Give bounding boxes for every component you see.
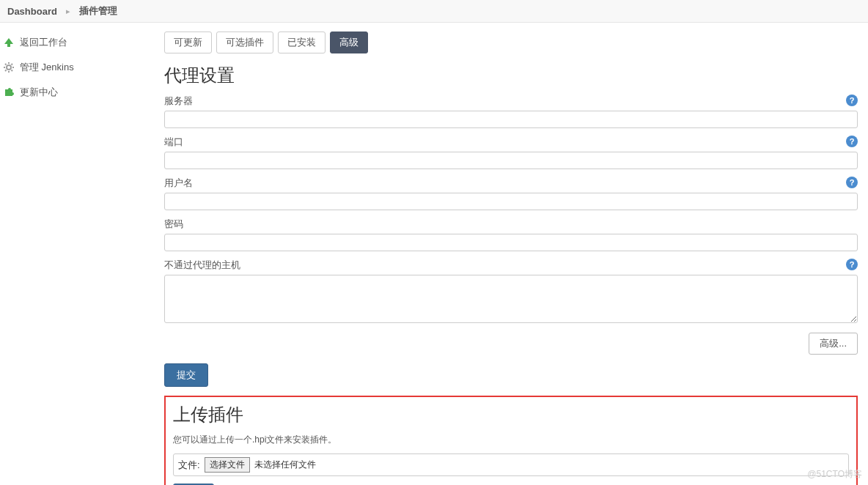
tab-advanced[interactable]: 高级 xyxy=(330,32,368,53)
arrow-up-icon xyxy=(3,37,15,48)
username-input[interactable] xyxy=(164,193,858,210)
sidebar-item-update-center[interactable]: 更新中心 xyxy=(0,80,154,105)
tab-available[interactable]: 可选插件 xyxy=(216,32,273,53)
sidebar-item-label: 更新中心 xyxy=(20,86,58,99)
sidebar-item-label: 管理 Jenkins xyxy=(20,61,74,74)
sidebar-item-label: 返回工作台 xyxy=(20,36,67,49)
help-icon[interactable]: ? xyxy=(846,95,858,106)
breadcrumb-plugin-manager[interactable]: 插件管理 xyxy=(79,4,117,18)
tab-updates[interactable]: 可更新 xyxy=(164,32,212,53)
file-label: 文件: xyxy=(178,459,200,472)
password-input[interactable] xyxy=(164,234,858,251)
sidebar-item-back[interactable]: 返回工作台 xyxy=(0,30,154,55)
svg-point-0 xyxy=(7,65,11,70)
breadcrumb: Dashboard ▸ 插件管理 xyxy=(0,0,868,23)
noproxy-label: 不通过代理的主机 xyxy=(164,259,858,272)
upload-title: 上传插件 xyxy=(173,403,849,426)
help-icon[interactable]: ? xyxy=(846,136,858,147)
help-icon[interactable]: ? xyxy=(846,177,858,188)
choose-file-button[interactable]: 选择文件 xyxy=(205,457,250,473)
main-content: 可更新 可选插件 已安装 高级 代理设置 服务器 ? 端口 ? 用户名 ? 密码… xyxy=(154,23,868,485)
help-icon[interactable]: ? xyxy=(846,259,858,270)
port-input[interactable] xyxy=(164,152,858,169)
file-input-row: 文件: 选择文件 未选择任何文件 xyxy=(173,453,849,476)
port-label: 端口 xyxy=(164,136,858,149)
upload-description: 您可以通过上传一个.hpi文件来安装插件。 xyxy=(173,434,849,446)
server-label: 服务器 xyxy=(164,95,858,108)
watermark-text: @51CTO博客 xyxy=(807,468,862,481)
advanced-button[interactable]: 高级... xyxy=(809,333,858,355)
username-label: 用户名 xyxy=(164,177,858,190)
puzzle-icon xyxy=(3,86,15,98)
sidebar: 返回工作台 管理 Jenkins 更新中心 xyxy=(0,23,154,485)
breadcrumb-dashboard[interactable]: Dashboard xyxy=(7,6,57,17)
password-label: 密码 xyxy=(164,218,858,231)
proxy-title: 代理设置 xyxy=(164,64,858,87)
tabs: 可更新 可选插件 已安装 高级 xyxy=(164,32,858,53)
sidebar-item-manage[interactable]: 管理 Jenkins xyxy=(0,55,154,80)
gear-icon xyxy=(3,62,15,73)
file-status-text: 未选择任何文件 xyxy=(254,459,316,471)
upload-section: 上传插件 您可以通过上传一个.hpi文件来安装插件。 文件: 选择文件 未选择任… xyxy=(164,396,858,485)
noproxy-textarea[interactable] xyxy=(164,275,858,323)
tab-installed[interactable]: 已安装 xyxy=(278,32,326,53)
chevron-right-icon: ▸ xyxy=(66,7,70,16)
server-input[interactable] xyxy=(164,111,858,128)
submit-button[interactable]: 提交 xyxy=(164,363,208,387)
